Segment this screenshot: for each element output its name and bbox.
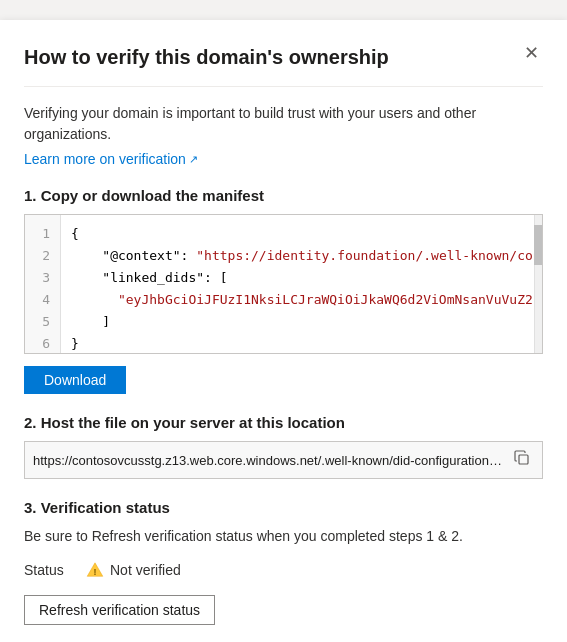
url-text: https://contosovcusstg.z13.web.core.wind… (33, 453, 502, 468)
download-button[interactable]: Download (24, 366, 126, 394)
dialog: How to verify this domain's ownership ✕ … (0, 20, 567, 642)
status-label: Status (24, 562, 74, 578)
code-line-5: ] (71, 311, 532, 333)
refresh-button[interactable]: Refresh verification status (24, 595, 215, 625)
code-content: { "@context": "https://identity.foundati… (61, 215, 542, 353)
line-numbers: 1 2 3 4 5 6 (25, 215, 61, 353)
divider-top (24, 86, 543, 87)
code-line-1: { (71, 223, 532, 245)
status-row: Status ! Not verified (24, 561, 543, 579)
code-line-4: "eyJhbGciOiJFUzI1NksiLCJraWQiOiJkaWQ6d2V… (71, 289, 532, 311)
code-container: 1 2 3 4 5 6 { "@context": "https://ident… (24, 214, 543, 354)
copy-icon (514, 452, 530, 469)
step2-title: 2. Host the file on your server at this … (24, 414, 543, 431)
learn-more-label: Learn more on verification (24, 151, 186, 167)
scrollbar[interactable] (534, 215, 542, 353)
learn-more-link[interactable]: Learn more on verification ↗ (24, 151, 198, 167)
step2-section: 2. Host the file on your server at this … (24, 414, 543, 479)
scrollbar-thumb[interactable] (534, 225, 542, 265)
svg-rect-0 (519, 455, 528, 464)
code-line-2: "@context": "https://identity.foundation… (71, 245, 532, 267)
intro-text: Verifying your domain is important to bu… (24, 103, 543, 145)
copy-button[interactable] (510, 448, 534, 472)
dialog-header: How to verify this domain's ownership ✕ (24, 44, 543, 70)
step3-title: 3. Verification status (24, 499, 543, 516)
svg-text:!: ! (94, 567, 97, 577)
verification-desc: Be sure to Refresh verification status w… (24, 526, 543, 547)
close-button[interactable]: ✕ (520, 42, 543, 64)
step1-title: 1. Copy or download the manifest (24, 187, 543, 204)
status-text: Not verified (110, 562, 181, 578)
code-line-3: "linked_dids": [ (71, 267, 532, 289)
step3-section: 3. Verification status Be sure to Refres… (24, 499, 543, 625)
status-badge: ! Not verified (86, 561, 181, 579)
url-box: https://contosovcusstg.z13.web.core.wind… (24, 441, 543, 479)
code-line-6: } (71, 333, 532, 353)
warning-icon: ! (86, 561, 104, 579)
dialog-title: How to verify this domain's ownership (24, 44, 512, 70)
external-link-icon: ↗ (189, 153, 198, 166)
code-scroll[interactable]: 1 2 3 4 5 6 { "@context": "https://ident… (25, 215, 542, 353)
